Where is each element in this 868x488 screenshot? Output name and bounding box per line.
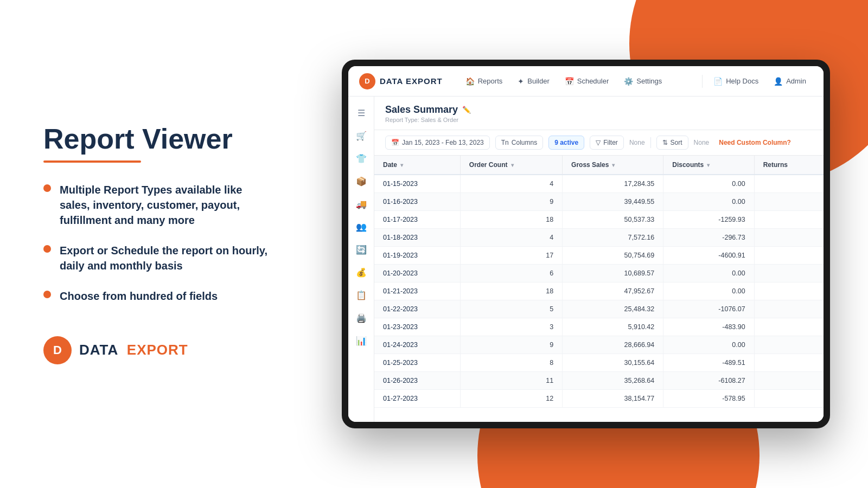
report-table-container: Date ▾ Order Count ▾ [374, 156, 824, 422]
cell-order-count: 8 [460, 354, 562, 372]
sort-none-label: None [694, 139, 710, 146]
cell-returns [754, 372, 824, 390]
cell-discounts: 0.00 [663, 336, 754, 354]
cell-order-count: 4 [460, 229, 562, 247]
feature-bullet-3 [43, 291, 51, 298]
cell-gross-sales: 30,155.64 [563, 354, 663, 372]
sidebar-customers[interactable]: 👥 [352, 217, 371, 236]
nav-admin-label: Admin [786, 77, 806, 85]
report-title: Sales Summary [385, 104, 458, 115]
th-returns[interactable]: Returns [754, 156, 824, 175]
cell-date: 01-17-2023 [374, 211, 460, 229]
sidebar-analytics[interactable]: 📊 [352, 331, 371, 350]
right-panel: D DATA EXPORT 🏠 Reports ✦ Builder 📅 [304, 43, 868, 445]
cell-returns [754, 211, 824, 229]
cell-date: 01-16-2023 [374, 193, 460, 211]
nav-reports[interactable]: 🏠 Reports [459, 74, 509, 89]
filter-label: Filter [603, 139, 618, 146]
cell-gross-sales: 38,154.77 [563, 390, 663, 408]
sidebar-returns[interactable]: 🔄 [352, 240, 371, 259]
report-table: Date ▾ Order Count ▾ [374, 156, 824, 408]
table-row: 01-19-2023 17 50,754.69 -4600.91 [374, 247, 824, 265]
cell-returns [754, 193, 824, 211]
brand-footer: D DATA EXPORT [43, 336, 271, 364]
feature-text-3: Choose from hundred of fields [60, 288, 218, 304]
cell-discounts: 0.00 [663, 193, 754, 211]
nav-help-label: Help Docs [726, 77, 758, 85]
app-sidebar: ☰ 🛒 👕 📦 🚚 👥 🔄 💰 📋 🖨️ 📊 [348, 97, 374, 422]
sidebar-payout[interactable]: 💰 [352, 262, 371, 282]
cell-date: 01-21-2023 [374, 282, 460, 300]
cell-date: 01-18-2023 [374, 229, 460, 247]
columns-btn[interactable]: Tn Columns [495, 136, 543, 150]
cell-discounts: -489.51 [663, 354, 754, 372]
nav-settings-label: Settings [636, 77, 662, 85]
cell-gross-sales: 47,952.67 [563, 282, 663, 300]
edit-icon[interactable]: ✏️ [462, 106, 471, 114]
cell-gross-sales: 5,910.42 [563, 318, 663, 336]
hero-underline [43, 160, 141, 163]
cell-returns [754, 300, 824, 318]
sidebar-print[interactable]: 🖨️ [352, 308, 371, 328]
hero-title: Report Viewer [43, 124, 271, 155]
nav-items: 🏠 Reports ✦ Builder 📅 Scheduler ⚙️ Setti… [459, 74, 698, 89]
nav-builder[interactable]: ✦ Builder [511, 74, 556, 89]
cell-date: 01-22-2023 [374, 300, 460, 318]
sort-icon: ⇅ [662, 139, 668, 146]
sidebar-inventory[interactable]: 📦 [352, 171, 371, 191]
cell-gross-sales: 10,689.57 [563, 265, 663, 282]
cell-date: 01-19-2023 [374, 247, 460, 265]
toolbar-separator [650, 137, 651, 148]
cell-gross-sales: 28,666.94 [563, 336, 663, 354]
cell-order-count: 18 [460, 282, 562, 300]
brand-logo-icon: D [43, 336, 72, 364]
nav-scheduler[interactable]: 📅 Scheduler [558, 74, 616, 89]
nav-settings[interactable]: ⚙️ Settings [617, 74, 668, 89]
nav-builder-label: Builder [527, 77, 549, 85]
cell-discounts: 0.00 [663, 265, 754, 282]
columns-icon: Tn [501, 139, 509, 146]
nav-help-docs[interactable]: 📄 Help Docs [707, 74, 765, 89]
date-range-btn[interactable]: 📅 Jan 15, 2023 - Feb 13, 2023 [385, 136, 490, 150]
settings-icon: ⚙️ [624, 77, 633, 86]
cell-order-count: 4 [460, 175, 562, 193]
date-range-label: Jan 15, 2023 - Feb 13, 2023 [402, 139, 484, 146]
feature-text-2: Export or Schedule the report on hourly,… [60, 243, 271, 273]
feature-list: Multiple Report Types available like sal… [43, 182, 271, 304]
cell-discounts: 0.00 [663, 282, 754, 300]
nav-admin[interactable]: 👤 Admin [767, 74, 813, 89]
cell-order-count: 18 [460, 211, 562, 229]
sidebar-products[interactable]: 👕 [352, 149, 371, 168]
table-row: 01-17-2023 18 50,537.33 -1259.93 [374, 211, 824, 229]
table-row: 01-22-2023 5 25,484.32 -1076.07 [374, 300, 824, 318]
feature-text-1: Multiple Report Types available like sal… [60, 182, 271, 228]
active-badge: 9 active [548, 136, 584, 150]
table-header-row: Date ▾ Order Count ▾ [374, 156, 824, 175]
cell-gross-sales: 39,449.55 [563, 193, 663, 211]
filter-btn[interactable]: ▽ Filter [590, 136, 624, 150]
table-row: 01-24-2023 9 28,666.94 0.00 [374, 336, 824, 354]
sidebar-shipping[interactable]: 🚚 [352, 194, 371, 214]
th-gross-sales[interactable]: Gross Sales ▾ [563, 156, 663, 175]
sidebar-cart[interactable]: 🛒 [352, 126, 371, 145]
cell-gross-sales: 17,284.35 [563, 175, 663, 193]
sidebar-hamburger[interactable]: ☰ [352, 103, 371, 123]
cell-order-count: 11 [460, 372, 562, 390]
th-discounts[interactable]: Discounts ▾ [663, 156, 754, 175]
sort-btn[interactable]: ⇅ Sort [656, 136, 688, 150]
cell-date: 01-24-2023 [374, 336, 460, 354]
app-main: Sales Summary ✏️ Report Type: Sales & Or… [374, 97, 824, 422]
feature-item-2: Export or Schedule the report on hourly,… [43, 243, 271, 273]
th-date[interactable]: Date ▾ [374, 156, 460, 175]
app-logo: D DATA EXPORT [359, 73, 443, 89]
th-order-count[interactable]: Order Count ▾ [460, 156, 562, 175]
cell-gross-sales: 50,754.69 [563, 247, 663, 265]
report-subtitle: Report Type: Sales & Order [385, 117, 813, 123]
cell-gross-sales: 25,484.32 [563, 300, 663, 318]
cell-returns [754, 318, 824, 336]
custom-column-link[interactable]: Need Custom Column? [719, 139, 791, 146]
reports-icon: 🏠 [465, 77, 475, 86]
cell-discounts: -1259.93 [663, 211, 754, 229]
sidebar-reports[interactable]: 📋 [352, 285, 371, 305]
sort-order-icon: ▾ [511, 162, 514, 168]
